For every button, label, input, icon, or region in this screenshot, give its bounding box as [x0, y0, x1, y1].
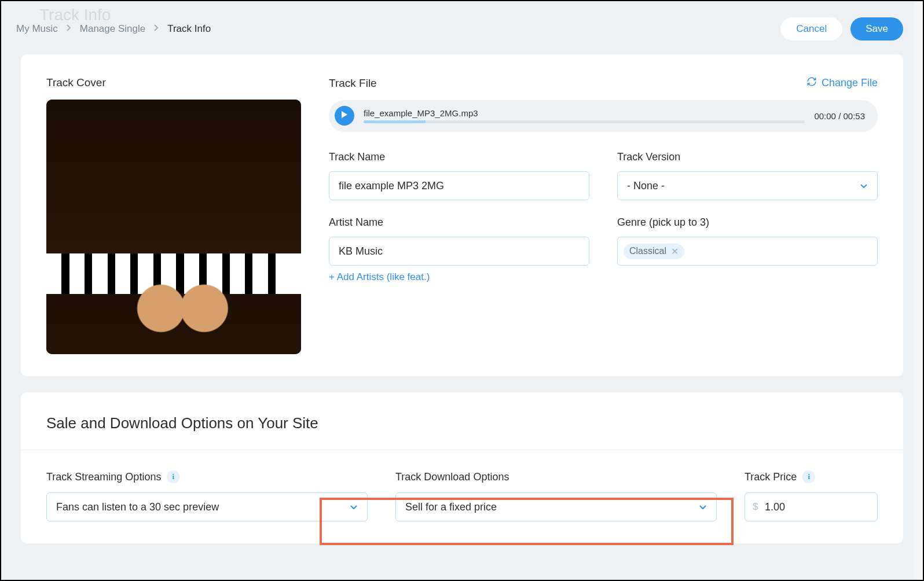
price-field: Track Price i $ — [745, 470, 878, 521]
genre-field: Genre (pick up to 3) Classical ✕ — [617, 216, 878, 283]
player-filename: file_example_MP3_2MG.mp3 — [364, 108, 805, 118]
streaming-select[interactable]: Fans can listen to a 30 sec preview — [46, 492, 368, 521]
track-info-card: Track Cover Track File Change File — [21, 54, 903, 376]
refresh-icon — [806, 76, 817, 90]
genre-input[interactable]: Classical ✕ — [617, 237, 878, 266]
price-label: Track Price — [745, 471, 797, 483]
info-icon[interactable]: i — [802, 470, 815, 483]
download-options-field: Track Download Options Sell for a fixed … — [395, 471, 717, 521]
play-button[interactable] — [335, 106, 354, 126]
audio-player: file_example_MP3_2MG.mp3 00:00 / 00:53 — [329, 100, 878, 131]
tag-remove-icon[interactable]: ✕ — [671, 246, 679, 257]
breadcrumb-my-music[interactable]: My Music — [16, 23, 58, 35]
save-button[interactable]: Save — [850, 17, 903, 41]
track-name-field: Track Name — [329, 151, 589, 200]
player-time: 00:00 / 00:53 — [814, 111, 865, 121]
artist-name-label: Artist Name — [329, 216, 589, 229]
artist-name-field: Artist Name + Add Artists (like feat.) — [329, 216, 589, 283]
change-file-link[interactable]: Change File — [806, 76, 878, 90]
track-cover-label: Track Cover — [46, 76, 301, 89]
download-value: Sell for a fixed price — [405, 501, 497, 513]
price-input[interactable] — [745, 492, 878, 521]
track-name-label: Track Name — [329, 151, 589, 163]
track-file-label: Track File — [329, 77, 377, 90]
player-progress[interactable] — [364, 120, 805, 123]
currency-symbol: $ — [753, 501, 758, 513]
breadcrumb-current: Track Info — [167, 23, 211, 35]
play-icon — [340, 111, 349, 121]
track-cover-image[interactable] — [46, 100, 301, 354]
top-actions: Cancel Save — [780, 17, 903, 41]
chevron-right-icon — [66, 23, 72, 35]
genre-label: Genre (pick up to 3) — [617, 216, 878, 229]
cancel-button[interactable]: Cancel — [780, 17, 842, 41]
sale-section-title: Sale and Download Options on Your Site — [46, 414, 878, 432]
streaming-value: Fans can listen to a 30 sec preview — [56, 501, 219, 513]
page-title-faded: Track Info — [39, 6, 111, 24]
streaming-label: Track Streaming Options — [46, 471, 161, 483]
divider — [21, 450, 903, 450]
chevron-down-icon — [860, 180, 868, 192]
scrollbar-gutter[interactable] — [914, 2, 923, 579]
streaming-options-field: Track Streaming Options i Fans can liste… — [46, 470, 368, 521]
breadcrumb: My Music Manage Single Track Info — [16, 23, 211, 35]
track-version-select[interactable]: - None - — [617, 171, 878, 200]
topbar: My Music Manage Single Track Info Cancel… — [1, 1, 923, 54]
download-select[interactable]: Sell for a fixed price — [395, 492, 717, 521]
change-file-text: Change File — [822, 77, 878, 89]
artist-name-input[interactable] — [329, 237, 589, 266]
track-version-field: Track Version - None - — [617, 151, 878, 200]
chevron-down-icon — [699, 501, 707, 513]
add-artists-link[interactable]: + Add Artists (like feat.) — [329, 271, 430, 283]
track-version-value: - None - — [627, 180, 665, 192]
chevron-down-icon — [350, 501, 358, 513]
breadcrumb-manage-single[interactable]: Manage Single — [80, 23, 145, 35]
track-name-input[interactable] — [329, 171, 589, 200]
sale-options-card: Sale and Download Options on Your Site T… — [21, 392, 903, 543]
track-version-label: Track Version — [617, 151, 878, 163]
genre-tag: Classical ✕ — [624, 244, 684, 259]
player-progress-fill — [364, 120, 426, 123]
info-icon[interactable]: i — [167, 470, 179, 483]
chevron-right-icon — [153, 23, 159, 35]
genre-tag-label: Classical — [629, 246, 666, 256]
download-label: Track Download Options — [395, 471, 509, 483]
